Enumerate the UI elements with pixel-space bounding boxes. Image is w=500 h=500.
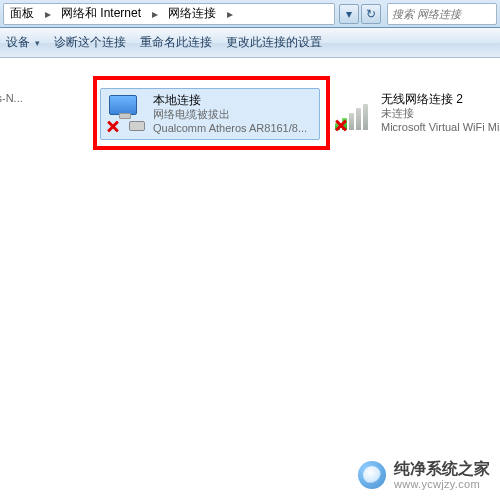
watermark-title: 纯净系统之家 bbox=[394, 460, 490, 478]
breadcrumb[interactable]: 面板 ▸ 网络和 Internet ▸ 网络连接 ▸ bbox=[3, 3, 335, 25]
breadcrumb-item[interactable]: 面板 bbox=[4, 4, 41, 24]
refresh-button[interactable]: ↻ bbox=[361, 4, 381, 24]
connection-text: 本地连接 网络电缆被拔出 Qualcomm Atheros AR8161/8..… bbox=[153, 93, 307, 136]
connection-device: Qualcomm Atheros AR8161/8... bbox=[153, 122, 307, 136]
dropdown-history-button[interactable]: ▾ bbox=[339, 4, 359, 24]
breadcrumb-item[interactable]: 网络和 Internet bbox=[55, 4, 148, 24]
nav-buttons: ▾ ↻ bbox=[335, 4, 385, 24]
toolbar-rename[interactable]: 重命名此连接 bbox=[140, 34, 212, 51]
connection-title: 本地连接 bbox=[153, 93, 307, 108]
connection-text: ntrino(R) Wireless-N... bbox=[0, 92, 23, 106]
toolbar-change-settings[interactable]: 更改此连接的设置 bbox=[226, 34, 322, 51]
error-x-icon bbox=[334, 119, 348, 133]
wireless-icon bbox=[335, 92, 375, 132]
watermark-logo-icon bbox=[358, 461, 386, 489]
connection-text: 无线网络连接 2 未连接 Microsoft Virtual WiFi Mini… bbox=[381, 92, 500, 135]
error-x-icon bbox=[106, 120, 120, 134]
search-box[interactable] bbox=[387, 3, 497, 25]
connection-item[interactable]: ntrino(R) Wireless-N... bbox=[0, 88, 92, 140]
toolbar-diagnose[interactable]: 诊断这个连接 bbox=[54, 34, 126, 51]
connection-title: 无线网络连接 2 bbox=[381, 92, 500, 107]
connection-device: Microsoft Virtual WiFi Minip bbox=[381, 121, 500, 135]
search-input[interactable] bbox=[392, 8, 492, 20]
watermark: 纯净系统之家 www.ycwjzy.com bbox=[358, 460, 490, 490]
connection-item[interactable]: 无线网络连接 2 未连接 Microsoft Virtual WiFi Mini… bbox=[329, 88, 500, 140]
connection-item-selected[interactable]: 本地连接 网络电缆被拔出 Qualcomm Atheros AR8161/8..… bbox=[100, 88, 320, 140]
address-bar: 面板 ▸ 网络和 Internet ▸ 网络连接 ▸ ▾ ↻ bbox=[0, 0, 500, 28]
watermark-url: www.ycwjzy.com bbox=[394, 478, 490, 490]
chevron-right-icon[interactable]: ▸ bbox=[223, 7, 237, 21]
chevron-right-icon[interactable]: ▸ bbox=[41, 7, 55, 21]
connection-status: 未连接 bbox=[381, 107, 500, 121]
connection-status: 网络电缆被拔出 bbox=[153, 108, 307, 122]
connection-device: ntrino(R) Wireless-N... bbox=[0, 92, 23, 106]
ethernet-icon bbox=[107, 93, 147, 133]
chevron-right-icon[interactable]: ▸ bbox=[148, 7, 162, 21]
breadcrumb-item[interactable]: 网络连接 bbox=[162, 4, 223, 24]
toolbar-organize[interactable]: 设备 bbox=[6, 34, 40, 51]
toolbar: 设备 诊断这个连接 重命名此连接 更改此连接的设置 bbox=[0, 28, 500, 58]
content-area: ntrino(R) Wireless-N... 本地连接 网络电缆被拔出 Qua… bbox=[0, 58, 500, 500]
